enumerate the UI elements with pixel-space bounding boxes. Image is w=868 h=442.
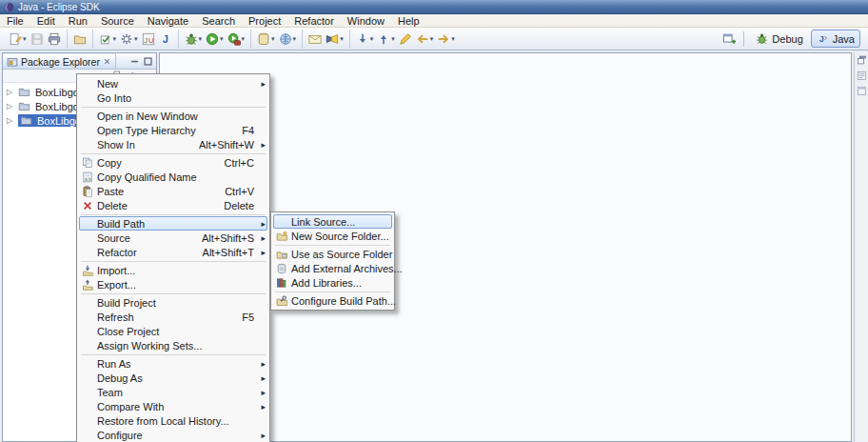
menu-source[interactable]: Source xyxy=(94,14,141,27)
minimize-view-icon[interactable] xyxy=(129,56,140,67)
dropdown-arrow-icon[interactable]: ▾ xyxy=(23,35,27,43)
search-button[interactable]: ▾ xyxy=(324,30,345,48)
menu-item-team[interactable]: Team▸ xyxy=(79,385,267,399)
menu-search[interactable]: Search xyxy=(195,14,242,27)
previous-annotation-button[interactable]: ▾ xyxy=(375,30,397,48)
forward-button[interactable]: ▾ xyxy=(435,30,457,48)
menu-item-assign-working-sets[interactable]: Assign Working Sets... xyxy=(79,338,267,352)
menu-item-debug-as[interactable]: Debug As▸ xyxy=(79,371,267,385)
minimized-view-icon[interactable] xyxy=(857,86,867,96)
toolbar-groups: ▾▾▾JUJ▾▾▾▾▾▾▾▾▾▾ xyxy=(3,30,461,49)
dropdown-arrow-icon[interactable]: ▾ xyxy=(113,35,117,43)
menu-item-open-type-hierarchy[interactable]: Open Type HierarchyF4 xyxy=(79,123,267,137)
open-folder-icon xyxy=(73,32,87,46)
previous-annotation-icon xyxy=(377,32,390,46)
menu-item-link-source[interactable]: Link Source... xyxy=(273,214,392,229)
menu-item-label: Configure xyxy=(95,430,143,441)
restore-trim-icon[interactable] xyxy=(857,55,867,66)
expander-icon[interactable]: ▷ xyxy=(7,116,15,125)
menu-file[interactable]: File xyxy=(0,14,30,27)
menu-edit[interactable]: Edit xyxy=(30,14,62,27)
perspective-debug-button[interactable]: Debug xyxy=(750,30,808,48)
run-button[interactable]: ▾ xyxy=(204,30,226,48)
menu-refactor[interactable]: Refactor xyxy=(287,14,341,27)
back-button[interactable]: ▾ xyxy=(414,30,436,48)
last-edit-location-button[interactable] xyxy=(397,30,414,48)
close-view-icon[interactable] xyxy=(103,57,111,66)
menu-item-refresh[interactable]: RefreshF5 xyxy=(79,310,267,324)
dropdown-arrow-icon[interactable]: ▾ xyxy=(293,35,297,43)
expander-icon[interactable]: ▷ xyxy=(7,88,15,96)
dropdown-arrow-icon[interactable]: ▾ xyxy=(430,35,434,43)
menu-item-restore-from-local-history[interactable]: Restore from Local History... xyxy=(79,413,267,428)
open-perspective-button[interactable] xyxy=(720,30,738,48)
dropdown-arrow-icon[interactable]: ▾ xyxy=(199,35,203,43)
menu-item-add-external-archives[interactable]: Add External Archives... xyxy=(273,261,392,275)
menu-item-use-as-source-folder[interactable]: Use as Source Folder xyxy=(273,247,392,261)
dropdown-arrow-icon[interactable]: ▾ xyxy=(370,35,374,43)
menu-item-label: New Source Folder... xyxy=(289,231,389,242)
menu-item-copy[interactable]: CopyCtrl+C xyxy=(79,155,267,170)
external-tools-icon xyxy=(227,32,241,46)
new-web-button[interactable]: ▾ xyxy=(277,30,299,48)
launch-config-button[interactable]: ▾ xyxy=(118,30,140,48)
expander-icon[interactable]: ▷ xyxy=(7,102,15,110)
save-button[interactable] xyxy=(29,30,46,48)
menu-item-refactor[interactable]: RefactorAlt+Shift+T▸ xyxy=(79,245,267,259)
new-jar-button[interactable]: ▾ xyxy=(255,30,277,48)
junit-button[interactable]: JU xyxy=(140,30,157,48)
menu-item-label: Build Project xyxy=(95,297,156,309)
menu-item-show-in[interactable]: Show InAlt+Shift+W▸ xyxy=(79,137,267,151)
menu-help[interactable]: Help xyxy=(391,14,426,27)
new-wizard-button[interactable]: ▾ xyxy=(7,30,29,48)
next-annotation-button[interactable]: ▾ xyxy=(354,30,376,48)
menu-project[interactable]: Project xyxy=(242,14,287,27)
dropdown-arrow-icon[interactable]: ▾ xyxy=(451,35,455,43)
debug-button[interactable]: ▾ xyxy=(183,30,205,48)
menu-item-label: Team xyxy=(95,387,123,398)
menu-item-export[interactable]: Export... xyxy=(79,277,267,291)
menu-window[interactable]: Window xyxy=(341,14,391,27)
debug-icon xyxy=(185,32,198,46)
menu-item-run-as[interactable]: Run As▸ xyxy=(79,356,267,371)
menu-item-source[interactable]: SourceAlt+Shift+S▸ xyxy=(79,231,267,245)
external-tools-button[interactable]: ▾ xyxy=(226,30,247,48)
dropdown-arrow-icon[interactable]: ▾ xyxy=(391,35,395,43)
menu-item-configure-build-path[interactable]: Configure Build Path... xyxy=(273,293,392,308)
dropdown-arrow-icon[interactable]: ▾ xyxy=(242,35,246,43)
menu-item-build-path[interactable]: Build Path▸ xyxy=(79,216,267,231)
menu-item-import[interactable]: Import... xyxy=(79,263,267,277)
menu-item-configure[interactable]: Configure▸ xyxy=(79,428,267,442)
menu-item-open-in-new-window[interactable]: Open in New Window xyxy=(79,109,267,123)
menu-item-compare-with[interactable]: Compare With▸ xyxy=(79,399,267,413)
dropdown-arrow-icon[interactable]: ▾ xyxy=(340,35,344,43)
perspective-java-button[interactable]: JJava xyxy=(811,30,860,48)
menu-item-new-source-folder[interactable]: New Source Folder... xyxy=(273,229,392,243)
dropdown-arrow-icon[interactable]: ▾ xyxy=(220,35,224,43)
import-icon xyxy=(79,265,95,276)
open-folder-button[interactable] xyxy=(71,30,89,48)
menu-item-go-into[interactable]: Go Into xyxy=(79,90,267,105)
menu-item-build-project[interactable]: Build Project xyxy=(79,295,267,310)
dropdown-arrow-icon[interactable]: ▾ xyxy=(134,35,138,43)
menu-item-close-project[interactable]: Close Project xyxy=(79,324,267,338)
menu-item-paste[interactable]: PasteCtrl+V xyxy=(79,184,267,198)
menu-separator xyxy=(81,293,266,294)
maximize-view-icon[interactable] xyxy=(143,56,153,67)
menu-item-copy-qualified-name[interactable]: a.bCopy Qualified Name xyxy=(79,170,267,184)
menu-navigate[interactable]: Navigate xyxy=(141,14,195,27)
submenu-arrow-icon: ▸ xyxy=(256,431,266,440)
java-application-button[interactable]: J xyxy=(157,30,174,48)
menu-run[interactable]: Run xyxy=(62,14,94,27)
package-explorer-tab[interactable]: Package Explorer xyxy=(3,53,116,69)
menu-item-shortcut: F4 xyxy=(232,125,256,136)
new-task-button[interactable] xyxy=(306,30,324,48)
menu-item-label: Import... xyxy=(95,265,135,276)
menu-item-add-libraries[interactable]: Add Libraries... xyxy=(273,275,392,290)
minimized-outline-view-icon[interactable] xyxy=(857,70,867,81)
debug-checkbox-button[interactable]: ▾ xyxy=(97,30,119,48)
print-button[interactable] xyxy=(46,30,63,48)
menu-item-new[interactable]: New▸ xyxy=(79,76,267,90)
dropdown-arrow-icon[interactable]: ▾ xyxy=(271,35,275,43)
menu-item-delete[interactable]: DeleteDelete xyxy=(79,198,267,212)
